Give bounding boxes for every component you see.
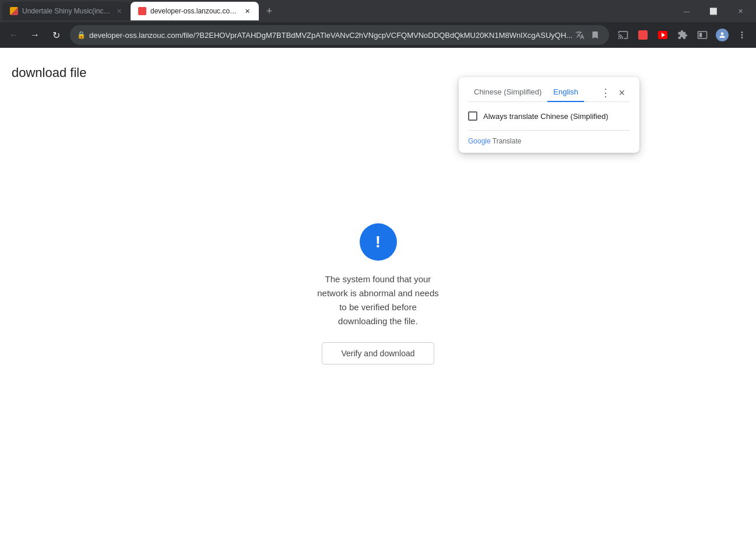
translate-icon[interactable]: [573, 28, 587, 42]
translate-tabs: Chinese (Simplified) English ⋮ ✕: [468, 84, 630, 102]
window-controls: — ⬜ ✕: [673, 2, 754, 20]
page-content: download file ! The system found that yo…: [0, 48, 756, 540]
minimize-button[interactable]: —: [673, 2, 700, 20]
tab-label-undertale: Undertale Shiny Music(include s…: [22, 7, 111, 15]
title-bar: Undertale Shiny Music(include s… ✕ devel…: [0, 0, 756, 22]
menu-button[interactable]: [733, 26, 751, 44]
reload-button[interactable]: ↻: [47, 26, 65, 44]
address-bar[interactable]: 🔒 developer-oss.lanzouc.com/file/?B2EHOV…: [70, 25, 609, 45]
translate-text: Translate: [491, 137, 522, 145]
sidebar-button[interactable]: [693, 26, 712, 44]
youtube-extension[interactable]: [653, 26, 672, 44]
raindrop-extension[interactable]: [634, 26, 652, 44]
new-tab-button[interactable]: +: [261, 3, 277, 19]
target-lang-tab[interactable]: English: [547, 84, 584, 102]
close-button[interactable]: ✕: [727, 2, 754, 20]
address-bar-actions: [573, 28, 602, 42]
tab-label-lanzouc: developer-oss.lanzouc.com/file/: [150, 7, 239, 15]
toolbar: ← → ↻ 🔒 developer-oss.lanzouc.com/file/?…: [0, 22, 756, 48]
tab-icon-undertale: [9, 6, 19, 16]
google-translate-label: Google Translate: [468, 137, 521, 145]
back-button[interactable]: ←: [5, 26, 23, 44]
maximize-button[interactable]: ⬜: [700, 2, 727, 20]
translate-more-button[interactable]: ⋮: [597, 85, 614, 101]
google-text: Google: [468, 137, 491, 145]
lock-icon: 🔒: [77, 31, 86, 39]
exclamation-mark: !: [375, 234, 381, 250]
bookmark-icon[interactable]: [588, 28, 602, 42]
tab-undertale[interactable]: Undertale Shiny Music(include s… ✕: [2, 2, 131, 20]
always-translate-option: Always translate Chinese (Simplified): [468, 109, 630, 123]
main-content: ! The system found that your network is …: [0, 48, 756, 540]
browser-frame: Undertale Shiny Music(include s… ✕ devel…: [0, 0, 756, 540]
source-lang-tab[interactable]: Chinese (Simplified): [468, 84, 547, 102]
tab-close-lanzouc[interactable]: ✕: [242, 6, 252, 16]
always-translate-checkbox[interactable]: [468, 111, 477, 121]
verify-download-button[interactable]: Verify and download: [322, 342, 434, 364]
warning-icon: !: [360, 223, 397, 261]
tab-lanzouc[interactable]: developer-oss.lanzouc.com/file/ ✕: [131, 2, 259, 20]
forward-button[interactable]: →: [26, 26, 44, 44]
translate-popup: Chinese (Simplified) English ⋮ ✕ Always …: [459, 77, 639, 153]
extensions-button[interactable]: [673, 26, 692, 44]
translate-close-button[interactable]: ✕: [614, 85, 630, 101]
tab-close-undertale[interactable]: ✕: [114, 6, 124, 16]
address-text: developer-oss.lanzouc.com/file/?B2EHOVpr…: [89, 31, 573, 40]
warning-message: The system found that your network is ab…: [314, 272, 442, 328]
translate-footer: Google Translate: [468, 130, 630, 146]
cast-button[interactable]: [614, 26, 632, 44]
user-avatar[interactable]: [713, 26, 732, 44]
always-translate-label: Always translate Chinese (Simplified): [483, 112, 609, 121]
toolbar-actions: [614, 26, 751, 44]
tab-icon-lanzouc: [138, 6, 147, 16]
